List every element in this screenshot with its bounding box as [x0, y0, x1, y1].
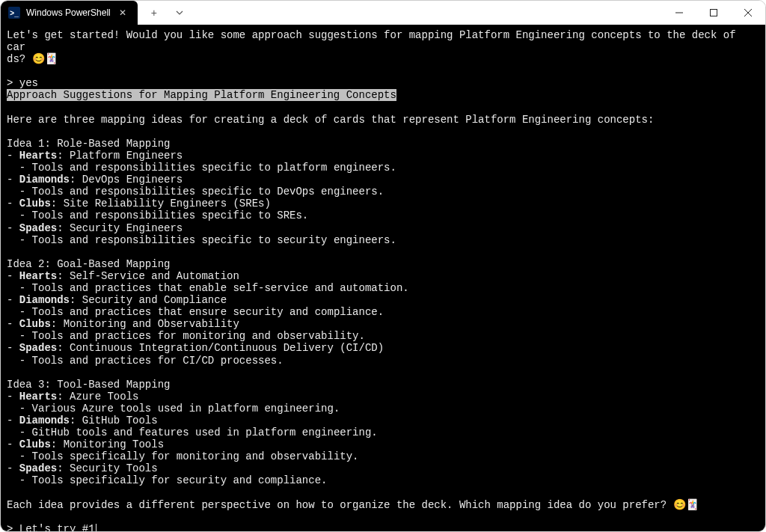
sub-line: - Tools and responsibilities specific to…: [7, 186, 384, 198]
sub-line: - Tools specifically for security and co…: [7, 474, 327, 486]
text-line: Let's get started! Would you like some a…: [7, 29, 742, 53]
suit-value: : GitHub Tools: [70, 415, 158, 426]
suit-value: : Site Reliability Engineers (SREs): [51, 198, 271, 210]
maximize-button[interactable]: [696, 1, 731, 25]
text-line: Each idea provides a different perspecti…: [7, 499, 699, 511]
window-controls: [662, 1, 765, 25]
suit-value: : Monitoring Tools: [51, 438, 164, 450]
text-line: Here are three mapping ideas for creatin…: [7, 114, 654, 126]
close-icon: [744, 9, 752, 16]
suit-value: : Platform Engineers: [57, 150, 183, 162]
idea-title: Idea 1: Role-Based Mapping: [7, 138, 170, 150]
suit-value: : DevOps Engineers: [70, 174, 183, 186]
section-heading: Approach Suggestions for Mapping Platfor…: [7, 89, 396, 101]
close-button[interactable]: [731, 1, 765, 25]
sub-line: - Tools specifically for monitoring and …: [7, 450, 359, 462]
suit-label: Clubs: [19, 198, 51, 210]
terminal-output[interactable]: Let's get started! Would you like some a…: [1, 25, 765, 532]
suit-value: : Monitoring and Observability: [51, 318, 239, 330]
suit-label: Diamonds: [19, 294, 70, 306]
suit-label: Clubs: [19, 438, 51, 450]
suit-value: : Self-Service and Automation: [57, 270, 239, 282]
text-line: ds? 😊🃏: [7, 53, 58, 65]
tab-close-button[interactable]: ✕: [117, 7, 129, 18]
sub-line: - Various Azure tools used in platform e…: [7, 403, 340, 415]
tab-dropdown-button[interactable]: [169, 4, 190, 22]
sub-line: - Tools and practices that enable self-s…: [7, 282, 409, 294]
sub-line: - Tools and practices for CI/CD processe…: [7, 355, 284, 367]
suit-label: Hearts: [19, 150, 57, 162]
titlebar: >_ Windows PowerShell ✕ +: [1, 1, 765, 25]
new-tab-button[interactable]: +: [144, 4, 165, 22]
prompt-line: > Let's try #1: [7, 523, 95, 532]
suit-label: Clubs: [19, 318, 51, 330]
idea-title: Idea 2: Goal-Based Mapping: [7, 258, 170, 270]
suit-label: Hearts: [19, 270, 57, 282]
idea-title: Idea 3: Tool-Based Mapping: [7, 379, 170, 391]
sub-line: - Tools and practices that ensure securi…: [7, 306, 384, 318]
cursor: [96, 524, 96, 532]
chevron-down-icon: [176, 9, 183, 16]
sub-line: - GitHub tools and features used in plat…: [7, 426, 378, 438]
tab-powershell[interactable]: >_ Windows PowerShell ✕: [1, 1, 138, 25]
suit-label: Spades: [19, 222, 57, 234]
sub-line: - Tools and responsibilities specific to…: [7, 234, 396, 246]
sub-line: - Tools and responsibilities specific to…: [7, 162, 396, 174]
suit-value: : Security and Compliance: [70, 294, 227, 306]
suit-label: Hearts: [19, 391, 57, 403]
suit-value: : Azure Tools: [57, 391, 138, 403]
suit-label: Spades: [19, 342, 57, 354]
powershell-icon: >_: [8, 7, 20, 19]
suit-value: : Security Engineers: [57, 222, 183, 234]
sub-line: - Tools and practices for monitoring and…: [7, 330, 365, 342]
maximize-icon: [710, 9, 717, 16]
svg-rect-1: [711, 10, 717, 16]
sub-line: - Tools and responsibilities specific to…: [7, 210, 308, 221]
minimize-icon: [675, 9, 683, 16]
suit-value: : Security Tools: [57, 462, 157, 474]
suit-label: Spades: [19, 462, 57, 474]
suit-label: Diamonds: [19, 415, 70, 426]
suit-label: Diamonds: [19, 174, 70, 186]
tab-actions: +: [138, 1, 190, 25]
tab-title: Windows PowerShell: [26, 7, 111, 18]
prompt-line: > yes: [7, 77, 38, 89]
suit-value: : Continuous Integration/Continuous Deli…: [57, 342, 384, 354]
minimize-button[interactable]: [662, 1, 696, 25]
